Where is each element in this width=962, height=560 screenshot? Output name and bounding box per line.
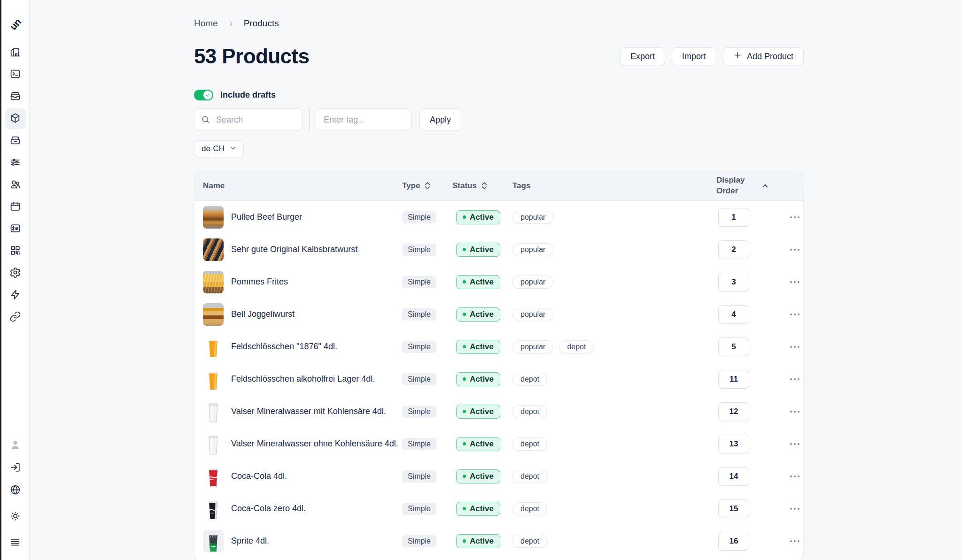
import-button[interactable]: Import (672, 47, 716, 65)
status-cell: Active (452, 372, 512, 386)
row-actions-menu-icon[interactable] (789, 343, 800, 351)
column-header-type[interactable]: Type (402, 181, 452, 191)
row-actions-menu-icon[interactable] (789, 473, 800, 480)
row-actions-menu-icon[interactable] (789, 408, 800, 415)
row-actions-menu-icon[interactable] (789, 278, 800, 286)
table-row: Feldschlösschen alkoholfrei Lager 4dl. S… (194, 363, 803, 395)
table-header: Name Type Status Tags Display Order (194, 171, 803, 201)
display-order-input[interactable]: 13 (718, 435, 749, 453)
sidebar-item-products[interactable] (5, 108, 26, 129)
status-cell: Active (452, 502, 512, 516)
type-badge: Simple (402, 211, 436, 223)
product-thumbnail-burger (203, 206, 224, 229)
product-thumbnail-beer (203, 336, 224, 358)
display-order-input[interactable]: 11 (718, 370, 749, 389)
sidebar-item-links[interactable] (5, 307, 26, 328)
row-actions-menu-icon[interactable] (789, 214, 800, 221)
status-badge: Active (456, 469, 500, 483)
display-order-input[interactable]: 5 (718, 338, 749, 356)
type-badge: Simple (402, 503, 436, 515)
sidebar-item-integrations[interactable] (5, 285, 26, 306)
sidebar-item-invoices[interactable] (5, 219, 26, 239)
row-actions-menu-icon[interactable] (789, 505, 800, 513)
display-order-input[interactable]: 14 (718, 467, 749, 486)
locale-dropdown[interactable]: de-CH (194, 140, 244, 157)
status-dot-icon (463, 539, 466, 543)
order-cell: 15 (716, 499, 784, 518)
sidebar-item-menu[interactable] (5, 533, 26, 553)
tags-cell: popular (512, 211, 716, 224)
sidebar-item-drawer[interactable] (5, 130, 26, 151)
row-actions-menu-icon[interactable] (789, 537, 800, 545)
row-actions-menu-icon[interactable] (789, 440, 800, 448)
actions-cell (784, 214, 803, 221)
sun-icon (9, 510, 21, 524)
breadcrumb-current: Products (244, 18, 279, 29)
type-badge: Simple (402, 276, 436, 288)
sidebar-item-light-mode[interactable] (5, 506, 26, 527)
users-icon (9, 178, 21, 192)
display-order-input[interactable]: 1 (718, 208, 749, 227)
tag-pill: popular (512, 243, 553, 256)
breadcrumb-home-link[interactable]: Home (194, 18, 218, 29)
type-cell: Simple (402, 470, 452, 483)
display-order-input[interactable]: 4 (718, 305, 749, 324)
hamburger-menu-icon (9, 537, 21, 550)
status-badge: Active (456, 502, 500, 516)
row-actions-menu-icon[interactable] (789, 246, 800, 253)
type-badge: Simple (402, 244, 436, 256)
tag-input[interactable] (316, 108, 412, 131)
name-cell: Pulled Beef Burger (194, 206, 402, 229)
tags-cell: depot (512, 437, 716, 451)
sidebar-item-log-in[interactable] (5, 458, 26, 478)
sidebar-item-terminal[interactable] (5, 64, 26, 85)
display-order-input[interactable]: 15 (718, 499, 749, 518)
display-order-input[interactable]: 16 (718, 532, 749, 551)
table-row: Feldschlösschen "1876" 4dl. Simple Activ… (194, 330, 803, 363)
sidebar-item-qr-codes[interactable] (5, 241, 26, 261)
tag-pill: depot (512, 437, 547, 451)
actions-cell (784, 376, 803, 383)
row-actions-menu-icon[interactable] (789, 311, 800, 318)
include-drafts-toggle[interactable] (194, 90, 213, 100)
display-order-input[interactable]: 2 (718, 240, 749, 259)
column-header-display-order[interactable]: Display Order (716, 175, 784, 197)
search-input[interactable] (194, 108, 303, 131)
product-thumbnail-beer (203, 368, 224, 391)
package-icon (9, 112, 21, 126)
type-cell: Simple (402, 341, 452, 353)
status-dot-icon (463, 313, 466, 316)
export-button[interactable]: Export (620, 47, 665, 65)
filter-divider (309, 108, 310, 131)
sidebar-item-settings[interactable] (5, 263, 26, 284)
table-row: Pommes Frites Simple Active popular 3 (194, 266, 803, 298)
display-order-input[interactable]: 3 (718, 273, 749, 292)
status-cell: Active (452, 405, 512, 419)
row-actions-menu-icon[interactable] (789, 376, 800, 383)
display-order-input[interactable]: 12 (718, 402, 749, 421)
sidebar-item-language[interactable] (5, 480, 26, 501)
page-title: 53 Products (194, 45, 309, 68)
product-thumbnail-fries (203, 271, 224, 293)
add-product-button[interactable]: Add Product (723, 47, 804, 65)
sidebar-item-inbox[interactable] (5, 86, 26, 107)
sidebar-item-account[interactable] (5, 435, 26, 456)
gear-icon (9, 267, 21, 280)
apply-button[interactable]: Apply (419, 108, 461, 131)
status-cell: Active (452, 210, 512, 224)
app-logo[interactable]: un (10, 14, 21, 35)
order-cell: 14 (716, 467, 784, 486)
sidebar-item-preferences[interactable] (5, 153, 26, 173)
name-cell: Coca-Cola 4dl. (194, 465, 402, 488)
sidebar-item-analytics[interactable] (5, 42, 26, 63)
sidebar-item-calendar[interactable] (5, 197, 26, 217)
title-actions: Export Import Add Product (620, 47, 804, 65)
column-header-status[interactable]: Status (452, 181, 512, 191)
tags-cell: depot (512, 373, 716, 386)
actions-cell (784, 311, 803, 318)
terminal-icon (9, 68, 21, 82)
table-row: Coca-Cola 4dl. Simple Active depot 14 (194, 460, 803, 492)
order-cell: 12 (716, 402, 784, 421)
sidebar-item-users[interactable] (5, 175, 26, 195)
actions-cell (784, 505, 803, 513)
